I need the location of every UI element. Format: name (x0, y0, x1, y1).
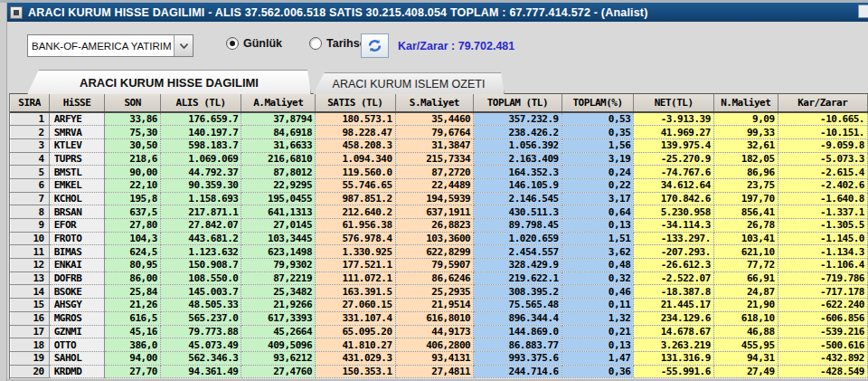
table-row[interactable]: 5BMSTL90,0044.792.3787,8012119.560.087,2… (11, 166, 868, 179)
cell-a-maliyet: 409,5096 (241, 338, 316, 352)
cell-kar-zarar: -1.145.0 (778, 232, 867, 245)
table-row[interactable]: 12ENKAI80,95150.908.779,9302177.521.179,… (11, 259, 868, 272)
cell-n-maliyet: 86,96 (713, 166, 778, 179)
cell-satis-tl-: 177.521.1 (316, 259, 396, 272)
cell-toplam-tl-: 164.352.3 (474, 166, 562, 179)
column-header-satis-tl-[interactable]: SATIS (TL) (316, 94, 396, 112)
table-row[interactable]: 6EMKEL22,1090.359.3022,929555.746.6522,4… (11, 178, 868, 192)
cell-a-maliyet: 623,1498 (241, 245, 316, 259)
table-row[interactable]: 15AHSGY21,2648.505.3321,926627.060.1521,… (11, 299, 868, 312)
cell-n-maliyet: 182,05 (713, 152, 778, 166)
cell-net-tl-: 5.230.958 (634, 205, 714, 219)
cell-toplam-tl-: 896.344.4 (474, 311, 562, 325)
cell-satis-tl-: 180.573.1 (316, 112, 396, 126)
cell-toplam-: 3,17 (561, 192, 634, 205)
cell-satis-tl-: 331.107.4 (316, 311, 396, 325)
cell-hisse: GZNMI (49, 325, 105, 338)
table-row[interactable]: 14BSOKE25,84145.003.725,3482163.391.525,… (11, 285, 868, 299)
cell-sira: 14 (11, 285, 50, 299)
tab-islem-ozeti[interactable]: ARACI KURUM ISLEM OZETI (313, 72, 505, 94)
broker-select[interactable]: BANK-OF-AMERICA YATIRIM (27, 34, 193, 57)
table-row[interactable]: 7KCHOL195,81.158.693195,0455987.851.2194… (11, 192, 868, 205)
cell-hisse: BIMAS (49, 245, 105, 259)
cell-net-tl-: -25.270.9 (634, 152, 714, 166)
column-header-alis-tl-[interactable]: ALIS (TL) (160, 94, 241, 112)
cell-net-tl-: -3.913.39 (634, 112, 714, 126)
cell-hisse: DOFRB (49, 271, 105, 285)
cell-net-tl-: -34.114.3 (634, 219, 714, 233)
cell-sira: 10 (11, 232, 50, 245)
column-header-s-maliyet[interactable]: S.Maliyet (395, 94, 474, 112)
column-header-toplam-tl-[interactable]: TOPLAM (TL) (474, 94, 562, 112)
cell-alis-tl-: 1.123.632 (160, 245, 241, 259)
cell-a-maliyet: 93,6212 (241, 351, 316, 365)
cell-n-maliyet: 618,10 (713, 311, 778, 325)
cell-alis-tl-: 565.237.0 (160, 311, 241, 325)
table-row[interactable]: 13DOFRB86,00108.550.087,2219111.072.186,… (11, 271, 868, 285)
cell-n-maliyet: 94,31 (713, 351, 778, 365)
cell-a-maliyet: 216,6810 (241, 152, 316, 166)
cell-s-maliyet: 26,8823 (395, 219, 474, 233)
cell-a-maliyet: 103,3445 (241, 232, 316, 245)
cell-son: 104,3 (105, 232, 161, 245)
cell-kar-zarar: -10.665. (778, 112, 867, 126)
table-row[interactable]: 19SAHOL94,00562.346.393,6212431.029.393,… (11, 351, 868, 365)
cell-kar-zarar: -9.059.8 (778, 138, 867, 152)
table-row[interactable]: 18OTTO386,045.073.49409,509641.810.27406… (11, 338, 868, 352)
table-row[interactable]: 2SMRVA75,30140.197.784,691898.228.4779,6… (11, 126, 868, 139)
table-row[interactable]: 17GZNMI45,1679.773.8845,266465.095.2044,… (11, 325, 868, 338)
cell-toplam-tl-: 993.375.6 (474, 351, 562, 365)
cell-toplam-tl-: 75.565.48 (474, 299, 562, 312)
cell-toplam-: 0,24 (561, 166, 634, 179)
table-row[interactable]: 10FROTO104,3443.681.2103,3445576.978.410… (11, 232, 868, 245)
cell-net-tl-: -26.612.3 (634, 259, 714, 272)
cell-sira: 9 (11, 219, 50, 233)
cell-s-maliyet: 103,3600 (395, 232, 474, 245)
cell-s-maliyet: 622,8299 (395, 245, 474, 259)
table-row[interactable]: 20KRDMD27,7094.361.4927,4760150.353.127,… (11, 365, 868, 378)
cell-toplam-: 1,51 (561, 232, 634, 245)
table-row[interactable]: 9EFOR27,8027.842.0727,014561.956.3826,88… (11, 219, 868, 233)
refresh-icon (367, 38, 382, 53)
table-row[interactable]: 11BIMAS624,51.123.632623,14981.330.92562… (11, 245, 868, 259)
cell-sira: 8 (11, 205, 50, 219)
cell-sira: 11 (11, 245, 50, 259)
window-system-icon[interactable] (10, 6, 23, 19)
tab-hisse-dagilimi[interactable]: ARACI KURUM HISSE DAGILIMI (27, 70, 311, 94)
window-title: ARACI KURUM HISSE DAGILIMI - ALIS 37.562… (28, 6, 648, 19)
cell-toplam-tl-: 146.105.9 (474, 178, 562, 192)
cell-satis-tl-: 98.228.47 (316, 126, 396, 139)
cell-toplam-: 0,21 (561, 325, 634, 338)
cell-toplam-tl-: 2.163.409 (474, 152, 562, 166)
column-header-sira[interactable]: SIRA (11, 94, 50, 112)
cell-satis-tl-: 163.391.5 (316, 285, 396, 299)
chevron-down-icon[interactable] (174, 35, 193, 56)
cell-a-maliyet: 79,9302 (241, 259, 316, 272)
radio-daily[interactable]: Günlük (226, 37, 282, 50)
cell-kar-zarar: -1.106.4 (778, 259, 867, 272)
column-header-a-maliyet[interactable]: A.Maliyet (241, 94, 316, 112)
column-header-kar-zarar[interactable]: Kar/Zarar (778, 94, 867, 112)
table-row[interactable]: 16MGROS616,5565.237.0617,3393331.107.461… (11, 311, 868, 325)
cell-toplam-: 1,32 (561, 311, 634, 325)
cell-kar-zarar: -606.856 (778, 311, 867, 325)
table-row[interactable]: 1ARFYE33,86176.659.737,8794180.573.135,4… (11, 112, 868, 126)
table-row[interactable]: 4TUPRS218,61.069.069216,68101.094.340215… (11, 152, 868, 166)
column-header-toplam-[interactable]: TOPLAM(%) (561, 94, 634, 112)
column-header-son[interactable]: SON (105, 94, 161, 112)
table-row[interactable]: 8BRSAN637,5217.871.1641,1313212.640.2637… (11, 205, 868, 219)
titlebar-corner-icon[interactable] (858, 5, 868, 18)
refresh-button[interactable] (361, 33, 389, 58)
cell-son: 195,8 (105, 192, 161, 205)
cell-kar-zarar: -5.073.3 (778, 152, 867, 166)
cell-toplam-tl-: 308.395.2 (474, 285, 562, 299)
column-header-net-tl-[interactable]: NET(TL) (634, 94, 714, 112)
cell-s-maliyet: 194,5939 (395, 192, 474, 205)
table-row[interactable]: 3KTLEV30,50598.183.731,6633458.208.331,3… (11, 138, 868, 152)
column-header-n-maliyet[interactable]: N.Maliyet (713, 94, 778, 112)
radio-daily-circle[interactable] (226, 37, 239, 50)
cell-n-maliyet: 621,10 (713, 245, 778, 259)
column-header-hisse[interactable]: HiSSE (49, 94, 105, 112)
radio-historical-circle[interactable] (309, 37, 322, 50)
cell-sira: 17 (11, 325, 50, 338)
